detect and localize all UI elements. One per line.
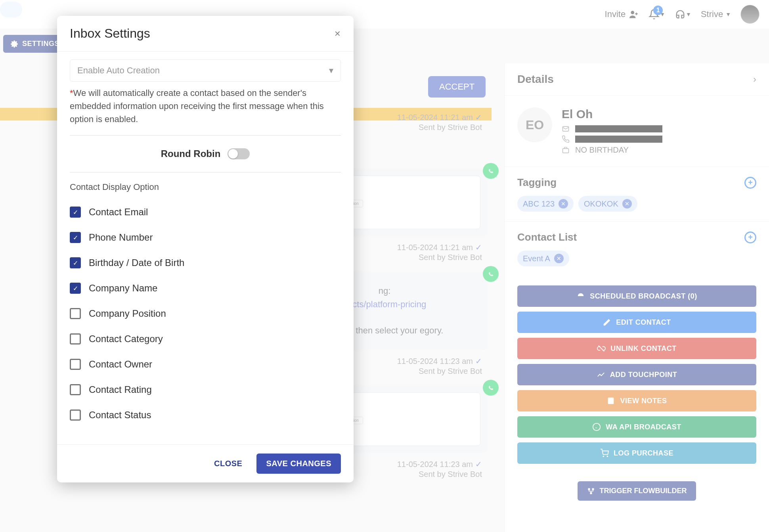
modal-header: Inbox Settings ✕ xyxy=(57,16,354,52)
auto-creation-dropdown[interactable]: Enable Auto Creation ▾ xyxy=(70,59,341,82)
checkbox-row[interactable]: ✓Birthday / Date of Birth xyxy=(70,257,341,268)
save-changes-button[interactable]: SAVE CHANGES xyxy=(256,454,341,474)
close-button[interactable]: CLOSE xyxy=(207,454,249,474)
inbox-settings-modal: Inbox Settings ✕ Enable Auto Creation ▾ … xyxy=(57,16,354,482)
round-robin-toggle[interactable] xyxy=(228,148,250,159)
checkbox-label: Contact Rating xyxy=(89,384,152,395)
helper-text: *We will automatically create a contact … xyxy=(70,86,341,126)
checkbox-row[interactable]: ✓Phone Number xyxy=(70,232,341,243)
checkbox[interactable]: ✓ xyxy=(70,283,81,294)
checkbox-label: Contact Owner xyxy=(89,359,152,370)
checkbox-row[interactable]: Contact Rating xyxy=(70,384,341,395)
checkbox[interactable]: ✓ xyxy=(70,257,81,268)
modal-close-button[interactable]: ✕ xyxy=(334,29,341,38)
checkbox[interactable]: ✓ xyxy=(70,207,81,218)
round-robin-label: Round Robin xyxy=(161,148,221,159)
divider xyxy=(70,135,341,136)
checkbox-row[interactable]: Contact Owner xyxy=(70,359,341,370)
checkbox-row[interactable]: Contact Status xyxy=(70,410,341,421)
chevron-down-icon: ▾ xyxy=(329,65,333,76)
modal-body: Enable Auto Creation ▾ *We will automati… xyxy=(57,52,354,444)
checkbox[interactable] xyxy=(70,410,81,421)
checkbox[interactable]: ✓ xyxy=(70,232,81,243)
round-robin-row: Round Robin xyxy=(70,142,341,166)
checkbox-label: Company Name xyxy=(89,283,157,294)
checkbox-row[interactable]: Company Position xyxy=(70,308,341,319)
checkbox[interactable] xyxy=(70,308,81,319)
checkbox[interactable] xyxy=(70,359,81,370)
checkbox[interactable] xyxy=(70,384,81,395)
checkbox-label: Contact Email xyxy=(89,207,148,218)
checkbox-label: Phone Number xyxy=(89,232,153,243)
checkbox-label: Contact Status xyxy=(89,410,151,421)
checkbox-row[interactable]: ✓Company Name xyxy=(70,283,341,294)
checkbox-row[interactable]: ✓Contact Email xyxy=(70,207,341,218)
checkbox-label: Contact Category xyxy=(89,333,163,344)
checkbox[interactable] xyxy=(70,333,81,344)
checkbox-row[interactable]: Contact Category xyxy=(70,333,341,344)
checkbox-label: Company Position xyxy=(89,308,166,319)
checkbox-label: Birthday / Date of Birth xyxy=(89,257,184,268)
modal-title: Inbox Settings xyxy=(70,26,150,41)
modal-footer: CLOSE SAVE CHANGES xyxy=(57,444,354,482)
contact-display-title: Contact Display Option xyxy=(70,182,341,192)
divider xyxy=(70,172,341,172)
